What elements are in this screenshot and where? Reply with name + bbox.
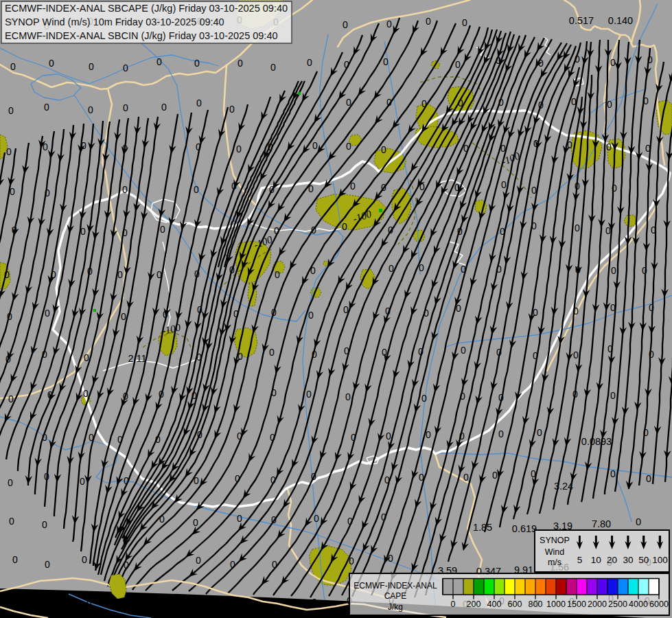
- svg-text:0: 0: [49, 58, 54, 69]
- svg-text:0: 0: [270, 474, 276, 485]
- svg-text:0: 0: [457, 226, 463, 237]
- svg-text:600: 600: [508, 599, 522, 609]
- svg-text:0: 0: [345, 391, 351, 402]
- svg-text:2.11: 2.11: [128, 353, 146, 364]
- svg-text:0: 0: [610, 57, 616, 68]
- svg-text:0: 0: [346, 97, 351, 108]
- svg-text:50: 50: [638, 555, 649, 565]
- svg-text:0: 0: [314, 513, 319, 524]
- svg-text:0: 0: [44, 471, 49, 482]
- svg-text:0: 0: [80, 226, 86, 237]
- svg-text:0: 0: [347, 516, 353, 527]
- svg-text:1.85: 1.85: [473, 522, 492, 533]
- svg-text:0: 0: [270, 432, 275, 443]
- svg-text:0: 0: [461, 264, 466, 275]
- svg-text:0: 0: [349, 556, 354, 566]
- svg-text:ECMWF-INDEX-ANAL SBCIN (J/kg): ECMWF-INDEX-ANAL SBCIN (J/kg) Friday 03-…: [5, 30, 278, 41]
- svg-text:0: 0: [83, 388, 89, 399]
- svg-text:0: 0: [381, 182, 386, 193]
- svg-text:0: 0: [269, 184, 275, 195]
- svg-text:0: 0: [89, 432, 94, 443]
- svg-text:0: 0: [233, 308, 239, 319]
- svg-text:0: 0: [274, 225, 279, 236]
- svg-text:0: 0: [343, 19, 348, 30]
- svg-text:0: 0: [8, 105, 14, 116]
- svg-text:0: 0: [10, 61, 16, 72]
- svg-text:0: 0: [237, 351, 243, 362]
- svg-text:0: 0: [496, 347, 502, 358]
- svg-text:2000: 2000: [588, 599, 607, 609]
- svg-text:0: 0: [45, 187, 50, 198]
- svg-text:0: 0: [231, 181, 237, 192]
- svg-text:0: 0: [381, 512, 386, 523]
- svg-text:20: 20: [607, 555, 617, 565]
- svg-text:0: 0: [426, 429, 431, 440]
- svg-text:0: 0: [196, 98, 202, 108]
- svg-text:0: 0: [572, 389, 578, 400]
- svg-text:0: 0: [87, 266, 93, 277]
- svg-text:0: 0: [607, 343, 613, 354]
- svg-text:0: 0: [463, 472, 469, 483]
- svg-text:0: 0: [117, 434, 123, 445]
- svg-text:0: 0: [573, 350, 579, 360]
- svg-text:0: 0: [382, 347, 387, 358]
- svg-text:0: 0: [163, 309, 168, 320]
- svg-text:0: 0: [7, 311, 12, 322]
- svg-text:0: 0: [236, 144, 242, 154]
- svg-text:0: 0: [451, 599, 456, 609]
- svg-text:0: 0: [612, 183, 617, 194]
- svg-text:800: 800: [529, 599, 543, 609]
- svg-text:0: 0: [159, 514, 165, 525]
- svg-text:0: 0: [537, 427, 542, 438]
- svg-text:0: 0: [496, 55, 501, 66]
- svg-text:0: 0: [194, 595, 199, 606]
- svg-text:0: 0: [571, 96, 577, 107]
- svg-text:0: 0: [344, 345, 349, 356]
- svg-text:0: 0: [385, 306, 391, 317]
- svg-text:0: 0: [42, 349, 47, 360]
- svg-text:0: 0: [343, 304, 349, 315]
- svg-text:0: 0: [498, 428, 504, 439]
- svg-text:0: 0: [500, 226, 505, 237]
- svg-text:0: 0: [567, 139, 572, 150]
- svg-text:0.140: 0.140: [608, 15, 633, 26]
- svg-text:Wind: Wind: [545, 547, 565, 557]
- svg-text:0: 0: [454, 182, 460, 193]
- svg-text:J/kg: J/kg: [388, 602, 403, 612]
- svg-text:0: 0: [51, 269, 56, 280]
- svg-text:0: 0: [121, 311, 126, 322]
- svg-text:0: 0: [122, 227, 128, 238]
- svg-text:0: 0: [381, 144, 386, 155]
- svg-text:0: 0: [311, 471, 316, 482]
- svg-text:0: 0: [649, 349, 654, 360]
- svg-text:0: 0: [386, 97, 392, 108]
- svg-text:0: 0: [155, 434, 161, 445]
- svg-text:0: 0: [610, 302, 616, 313]
- svg-text:0: 0: [275, 269, 280, 280]
- svg-text:0: 0: [10, 186, 15, 197]
- svg-text:0: 0: [89, 61, 94, 72]
- svg-text:0: 0: [533, 350, 538, 361]
- svg-text:0: 0: [651, 225, 656, 236]
- svg-text:0: 0: [389, 263, 394, 274]
- svg-text:0: 0: [384, 474, 390, 485]
- svg-text:0: 0: [229, 104, 235, 115]
- svg-text:0: 0: [160, 224, 165, 235]
- svg-text:0: 0: [86, 596, 92, 607]
- svg-text:0: 0: [159, 389, 164, 400]
- svg-text:0: 0: [235, 473, 240, 484]
- svg-text:0: 0: [418, 346, 424, 357]
- svg-text:0: 0: [45, 559, 50, 570]
- svg-text:0: 0: [498, 97, 504, 108]
- svg-text:0: 0: [230, 559, 235, 570]
- svg-text:0: 0: [310, 265, 316, 276]
- svg-text:0: 0: [642, 265, 647, 276]
- svg-text:0: 0: [124, 475, 129, 486]
- svg-text:0: 0: [194, 268, 200, 279]
- svg-text:0: 0: [81, 140, 86, 151]
- svg-text:0: 0: [237, 58, 243, 69]
- svg-text:0: 0: [460, 391, 465, 402]
- svg-text:0: 0: [47, 389, 53, 400]
- svg-text:ECMWF-INDEX-ANAL: ECMWF-INDEX-ANAL: [354, 581, 437, 591]
- svg-text:0: 0: [84, 352, 89, 363]
